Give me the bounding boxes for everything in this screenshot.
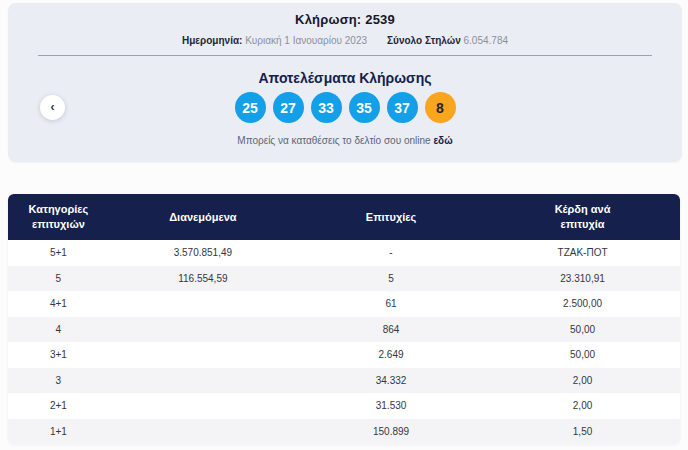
- bonus-number-ball: 8: [425, 92, 456, 123]
- table-cell: -: [297, 240, 485, 266]
- table-cell: [109, 368, 297, 394]
- number-ball: 33: [311, 92, 342, 123]
- table-cell: 4+1: [8, 291, 109, 317]
- draw-date: Ημερομηνία: Κυριακή 1 Ιανουαρίου 2023: [182, 35, 367, 46]
- table-column-header: Κατηγορίες επιτυχιών: [8, 194, 109, 240]
- draw-results-panel: Κλήρωση: 2539 Ημερομηνία: Κυριακή 1 Ιανο…: [8, 3, 682, 162]
- table-cell: 61: [297, 291, 485, 317]
- table-cell: 2,00: [485, 393, 680, 419]
- table-row: 486450,00: [8, 317, 680, 343]
- table-cell: 1+1: [8, 419, 109, 445]
- table-cell: 864: [297, 317, 485, 343]
- table-cell: 23.310,91: [485, 266, 680, 292]
- table-cell: [109, 419, 297, 445]
- total-columns-value: 6.054.784: [464, 35, 509, 46]
- number-ball: 27: [273, 92, 304, 123]
- results-title: Αποτελέσματα Κλήρωσης: [8, 70, 682, 86]
- table-cell: 2+1: [8, 393, 109, 419]
- table-cell: 50,00: [485, 317, 680, 343]
- table-cell: 5+1: [8, 240, 109, 266]
- table-cell: 3+1: [8, 342, 109, 368]
- table-row: 5+13.570.851,49-ΤΖΑΚ-ΠΟΤ: [8, 240, 680, 266]
- header-divider: [38, 55, 652, 56]
- table-cell: 34.332: [297, 368, 485, 394]
- table-header-row: Κατηγορίες επιτυχιώνΔιανεμόμεναΕπιτυχίες…: [8, 194, 680, 240]
- table-column-header: Κέρδη ανά επιτυχία: [485, 194, 680, 240]
- draw-date-value: Κυριακή 1 Ιανουαρίου 2023: [245, 35, 367, 46]
- table-row: 1+1150.8991,50: [8, 419, 680, 445]
- table-column-header: Διανεμόμενα: [109, 194, 297, 240]
- drawn-numbers: 25273335378: [8, 92, 682, 123]
- table-cell: 50,00: [485, 342, 680, 368]
- table-row: 3+12.64950,00: [8, 342, 680, 368]
- table-row: 5116.554,59523.310,91: [8, 266, 680, 292]
- table-cell: 3: [8, 368, 109, 394]
- table-cell: [109, 291, 297, 317]
- total-columns-label: Σύνολο Στηλών: [387, 35, 461, 46]
- previous-draw-button[interactable]: ‹: [40, 95, 65, 120]
- table-cell: 3.570.851,49: [109, 240, 297, 266]
- draw-title: Κλήρωση: 2539: [8, 12, 682, 27]
- table-body: 5+13.570.851,49-ΤΖΑΚ-ΠΟΤ5116.554,59523.3…: [8, 240, 680, 444]
- table-cell: [109, 342, 297, 368]
- number-ball: 35: [349, 92, 380, 123]
- table-cell: 4: [8, 317, 109, 343]
- draw-meta: Ημερομηνία: Κυριακή 1 Ιανουαρίου 2023 Σύ…: [8, 35, 682, 46]
- table-cell: 1,50: [485, 419, 680, 445]
- winnings-table: Κατηγορίες επιτυχιώνΔιανεμόμεναΕπιτυχίες…: [8, 194, 680, 444]
- table-cell: 150.899: [297, 419, 485, 445]
- number-ball: 37: [387, 92, 418, 123]
- online-note-link[interactable]: εδώ: [433, 135, 452, 146]
- table-cell: 2.649: [297, 342, 485, 368]
- table-cell: 31.530: [297, 393, 485, 419]
- number-ball: 25: [235, 92, 266, 123]
- total-columns: Σύνολο Στηλών 6.054.784: [387, 35, 508, 46]
- chevron-left-icon: ‹: [51, 101, 55, 113]
- table-row: 334.3322,00: [8, 368, 680, 394]
- table-cell: 116.554,59: [109, 266, 297, 292]
- table-cell: 5: [297, 266, 485, 292]
- online-note: Μπορείς να καταθέσεις το δελτίο σου onli…: [8, 135, 682, 146]
- online-note-text: Μπορείς να καταθέσεις το δελτίο σου onli…: [237, 135, 430, 146]
- table-cell: 2,00: [485, 368, 680, 394]
- table-cell: [109, 393, 297, 419]
- table-cell: 5: [8, 266, 109, 292]
- draw-date-label: Ημερομηνία:: [182, 35, 242, 46]
- table-cell: 2.500,00: [485, 291, 680, 317]
- table-cell: [109, 317, 297, 343]
- table-cell: ΤΖΑΚ-ΠΟΤ: [485, 240, 680, 266]
- table-row: 4+1612.500,00: [8, 291, 680, 317]
- table-column-header: Επιτυχίες: [297, 194, 485, 240]
- table-row: 2+131.5302,00: [8, 393, 680, 419]
